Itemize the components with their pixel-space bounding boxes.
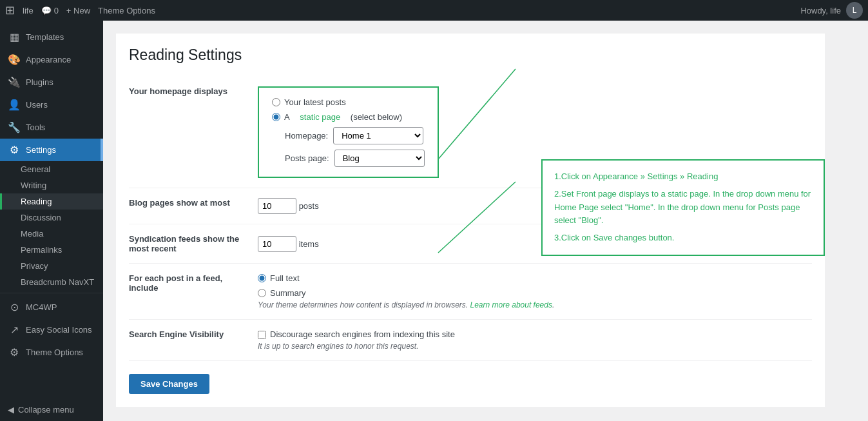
- comments-link[interactable]: 💬 0: [41, 6, 59, 15]
- submenu-permalinks[interactable]: Permalinks: [0, 242, 103, 258]
- feed-include-controls: Full text Summary Your theme determines …: [258, 264, 812, 320]
- search-description: It is up to search engines to honor this…: [258, 342, 812, 351]
- submenu-general[interactable]: General: [0, 161, 103, 177]
- sidebar-item-mc4wp[interactable]: ⊙ MC4WP: [0, 296, 103, 318]
- theme-options-icon: ⚙: [8, 346, 21, 358]
- radio-latest-posts[interactable]: [272, 98, 280, 106]
- sidebar-item-appearance[interactable]: 🎨 Appearance: [0, 48, 103, 71]
- sidebar-item-theme-options[interactable]: ⚙ Theme Options: [0, 341, 103, 364]
- howdy-text: Howdy, life: [800, 6, 841, 15]
- page-title: Reading Settings: [129, 46, 812, 64]
- search-visibility-label: Search Engine Visibility: [129, 320, 258, 361]
- sidebar-item-users[interactable]: 👤 Users: [0, 93, 103, 116]
- annotation-line2: 2.Set Front page displays to a static pa…: [554, 188, 812, 228]
- sidebar-item-label: Easy Social Icons: [26, 325, 92, 335]
- annotation-line1: 1.Click on Appearance » Settings » Readi…: [554, 170, 812, 184]
- radio-static-page-label[interactable]: A static page (select below): [272, 112, 425, 122]
- radio-static-page-suffix: (select below): [351, 112, 402, 122]
- collapse-menu-button[interactable]: ◀ Collapse menu: [0, 398, 103, 421]
- plugins-icon: 🔌: [8, 76, 21, 88]
- feed-summary-radio[interactable]: [258, 289, 266, 297]
- homepage-select[interactable]: Home 1 Blog About: [333, 127, 423, 144]
- submenu-discussion[interactable]: Discussion: [0, 210, 103, 226]
- submenu-privacy[interactable]: Privacy: [0, 258, 103, 274]
- admin-sidebar: ▦ Templates 🎨 Appearance 🔌 Plugins 👤 Use…: [0, 21, 103, 421]
- feed-full-text: Full text: [270, 273, 300, 283]
- comment-icon: 💬: [41, 6, 52, 15]
- new-menu[interactable]: + New: [66, 6, 90, 15]
- settings-icon: ⚙: [8, 144, 21, 156]
- sidebar-item-label: Appearance: [26, 55, 71, 64]
- sidebar-item-templates[interactable]: ▦ Templates: [0, 26, 103, 48]
- sidebar-item-tools[interactable]: 🔧 Tools: [0, 116, 103, 139]
- feed-include-label: For each post in a feed, include: [129, 264, 258, 320]
- admin-bar: ⊞ life 💬 0 + New Theme Options Howdy, li…: [0, 0, 868, 21]
- blog-pages-label: Blog pages show at most: [129, 188, 258, 224]
- syndication-input[interactable]: [258, 236, 296, 252]
- feed-description: Your theme determines how content is dis…: [258, 300, 812, 309]
- radio-static-page-prefix: A: [284, 112, 290, 122]
- appearance-icon: 🎨: [8, 54, 21, 66]
- sidebar-item-label: Theme Options: [26, 348, 83, 357]
- posts-page-select[interactable]: Blog Home 1 About: [334, 150, 425, 167]
- feed-learn-more-link[interactable]: Learn more about feeds: [470, 300, 552, 309]
- search-checkbox-label[interactable]: Discourage search engines from indexing …: [258, 329, 812, 339]
- search-checkbox[interactable]: [258, 331, 266, 339]
- mc4wp-icon: ⊙: [8, 301, 21, 313]
- homepage-radio-group: Your latest posts A static page (select …: [272, 97, 425, 122]
- main-content: Reading Settings 1.Click on Appearance »…: [103, 21, 868, 421]
- submenu-breadcrumb-navxt[interactable]: Breadcrumb NavXT: [0, 274, 103, 290]
- sidebar-item-label: Tools: [26, 122, 45, 132]
- easy-social-icon: ↗: [8, 324, 21, 336]
- radio-static-page[interactable]: [272, 113, 280, 121]
- static-page-link[interactable]: static page: [300, 112, 340, 122]
- search-visibility-controls: Discourage search engines from indexing …: [258, 320, 812, 361]
- sidebar-item-label: Users: [26, 100, 48, 110]
- homepage-displays-label: Your homepage displays: [129, 77, 258, 188]
- homepage-select-row: Homepage: Home 1 Blog About: [285, 127, 425, 144]
- homepage-select-label: Homepage:: [285, 131, 328, 141]
- submenu-writing[interactable]: Writing: [0, 177, 103, 193]
- annotation-box: 1.Click on Appearance » Settings » Readi…: [541, 159, 825, 256]
- sidebar-item-label: Settings: [26, 145, 56, 155]
- sidebar-item-plugins[interactable]: 🔌 Plugins: [0, 71, 103, 93]
- sidebar-item-label: Plugins: [26, 77, 53, 87]
- syndication-label: Syndication feeds show the most recent: [129, 224, 258, 264]
- collapse-icon: ◀: [8, 405, 14, 415]
- avatar[interactable]: L: [846, 2, 863, 19]
- feed-full-text-radio[interactable]: [258, 274, 266, 282]
- radio-latest-posts-text: Your latest posts: [284, 97, 346, 107]
- feed-radio-group: Full text Summary: [258, 273, 812, 298]
- site-name[interactable]: life: [23, 6, 34, 15]
- blog-pages-suffix: posts: [299, 201, 319, 211]
- collapse-label: Collapse menu: [18, 405, 74, 415]
- sidebar-item-label: MC4WP: [26, 302, 57, 312]
- sidebar-item-settings[interactable]: ⚙ Settings: [0, 139, 103, 161]
- save-changes-button[interactable]: Save Changes: [129, 374, 209, 394]
- static-page-selection-box: Your latest posts A static page (select …: [258, 86, 439, 178]
- templates-icon: ▦: [8, 31, 21, 43]
- theme-options-adminbar[interactable]: Theme Options: [98, 6, 155, 15]
- tools-icon: 🔧: [8, 121, 21, 133]
- users-icon: 👤: [8, 99, 21, 111]
- posts-page-select-row: Posts page: Blog Home 1 About: [285, 150, 425, 167]
- posts-page-select-label: Posts page:: [285, 153, 329, 163]
- feed-full-text-label[interactable]: Full text: [258, 273, 812, 283]
- sidebar-item-easy-social-icons[interactable]: ↗ Easy Social Icons: [0, 318, 103, 341]
- submenu-reading[interactable]: Reading: [0, 193, 103, 210]
- submenu-media[interactable]: Media: [0, 226, 103, 242]
- feed-include-row: For each post in a feed, include Full te…: [129, 264, 812, 320]
- search-visibility-row: Search Engine Visibility Discourage sear…: [129, 320, 812, 361]
- blog-pages-input[interactable]: [258, 198, 296, 214]
- feed-summary-text: Summary: [270, 288, 306, 298]
- save-section: Save Changes: [129, 374, 812, 394]
- search-checkbox-text: Discourage search engines from indexing …: [270, 329, 455, 339]
- sidebar-item-label: Templates: [26, 32, 64, 42]
- feed-summary-label[interactable]: Summary: [258, 288, 812, 298]
- settings-wrap: Reading Settings 1.Click on Appearance »…: [116, 34, 825, 407]
- annotation-line3: 3.Click on Save changes button.: [554, 231, 812, 245]
- syndication-suffix: items: [299, 239, 319, 249]
- wp-logo[interactable]: ⊞: [5, 3, 15, 17]
- radio-latest-posts-label[interactable]: Your latest posts: [272, 97, 425, 107]
